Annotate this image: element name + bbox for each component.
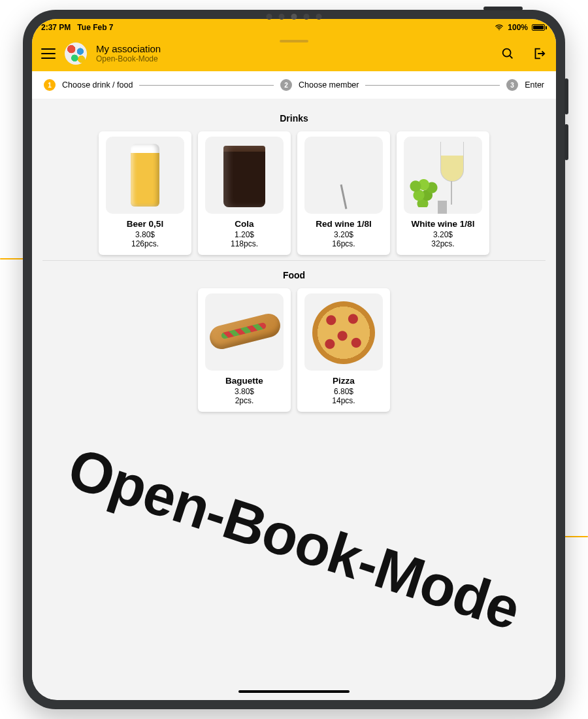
section-divider <box>42 260 546 261</box>
svg-point-0 <box>498 29 500 31</box>
product-name: White wine 1/8l <box>400 219 485 229</box>
decorative-stripe <box>563 536 588 537</box>
product-stock: 32pcs. <box>400 239 485 248</box>
product-card-pizza[interactable]: Pizza 6.80$ 14pcs. <box>297 288 390 412</box>
volume-up-button <box>564 78 568 114</box>
cola-icon <box>205 137 284 214</box>
beer-icon <box>106 137 184 214</box>
status-bar: 2:37 PM Tue Feb 7 100% <box>32 19 556 36</box>
decorative-stripe <box>0 258 26 259</box>
drinks-section-title: Drinks <box>39 113 549 124</box>
association-avatar[interactable] <box>65 42 87 65</box>
product-price: 3.80$ <box>202 387 287 396</box>
volume-down-button <box>564 124 568 160</box>
product-stock: 14pcs. <box>301 396 386 405</box>
logout-icon <box>532 46 546 61</box>
search-icon <box>500 46 515 61</box>
product-price: 3.80$ <box>103 230 188 239</box>
food-grid: Baguette 3.80$ 2pcs. Pizza 6.80$ 14pcs. <box>39 288 549 412</box>
tablet-frame: 2:37 PM Tue Feb 7 100% My association Op… <box>23 10 565 709</box>
food-section-title: Food <box>39 270 549 280</box>
step-3-dot[interactable]: 3 <box>506 79 518 91</box>
baguette-icon <box>205 293 284 371</box>
white-wine-icon <box>404 137 482 214</box>
svg-line-2 <box>510 56 512 58</box>
stepper: 1 Choose drink / food 2 Choose member 3 … <box>32 71 556 99</box>
red-wine-icon <box>304 137 383 214</box>
product-stock: 126pcs. <box>103 239 188 248</box>
product-name: Beer 0,5l <box>103 219 188 229</box>
step-divider <box>139 85 274 86</box>
status-date: Tue Feb 7 <box>77 23 113 32</box>
screen: 2:37 PM Tue Feb 7 100% My association Op… <box>32 19 556 700</box>
product-stock: 118pcs. <box>202 239 287 248</box>
step-1-dot[interactable]: 1 <box>44 79 56 91</box>
product-name: Baguette <box>202 376 287 386</box>
sheet-handle-icon <box>280 40 308 42</box>
step-2-dot[interactable]: 2 <box>280 79 292 91</box>
product-stock: 2pcs. <box>202 396 287 405</box>
drinks-grid: Beer 0,5l 3.80$ 126pcs. Cola 1.20$ 118pc… <box>39 131 549 255</box>
app-title: My association <box>96 43 161 54</box>
wifi-icon <box>495 23 504 32</box>
step-divider <box>365 85 500 86</box>
product-price: 3.20$ <box>301 230 386 239</box>
product-card-red-wine[interactable]: Red wine 1/8l 3.20$ 16pcs. <box>297 131 390 255</box>
battery-percent: 100% <box>508 23 528 32</box>
home-indicator[interactable] <box>238 690 350 693</box>
step-1-label: Choose drink / food <box>62 80 133 90</box>
product-card-beer[interactable]: Beer 0,5l 3.80$ 126pcs. <box>99 131 191 255</box>
pizza-icon <box>304 293 383 371</box>
product-card-baguette[interactable]: Baguette 3.80$ 2pcs. <box>198 288 291 412</box>
grapes-icon <box>409 177 442 207</box>
product-price: 3.20$ <box>400 230 485 239</box>
product-card-white-wine[interactable]: White wine 1/8l 3.20$ 32pcs. <box>397 131 489 255</box>
svg-point-1 <box>503 49 511 57</box>
power-button <box>483 7 523 10</box>
product-price: 6.80$ <box>301 387 386 396</box>
step-2-label: Choose member <box>299 80 359 90</box>
watermark-text: Open-Book-Mode <box>60 435 528 643</box>
product-price: 1.20$ <box>202 230 287 239</box>
status-time: 2:37 PM <box>41 23 71 32</box>
camera-speaker-dots <box>267 14 322 20</box>
content-area: Drinks Beer 0,5l 3.80$ 126pcs. Cola 1.20… <box>32 99 556 699</box>
app-subtitle: Open-Book-Mode <box>96 55 161 64</box>
logout-button[interactable] <box>531 46 547 61</box>
product-name: Cola <box>202 219 287 229</box>
product-name: Pizza <box>301 376 386 386</box>
search-button[interactable] <box>500 46 515 61</box>
product-name: Red wine 1/8l <box>301 219 386 229</box>
product-stock: 16pcs. <box>301 239 386 248</box>
product-card-cola[interactable]: Cola 1.20$ 118pcs. <box>198 131 291 255</box>
menu-button[interactable] <box>41 48 56 59</box>
step-3-label: Enter <box>525 80 544 90</box>
battery-icon <box>532 24 547 31</box>
